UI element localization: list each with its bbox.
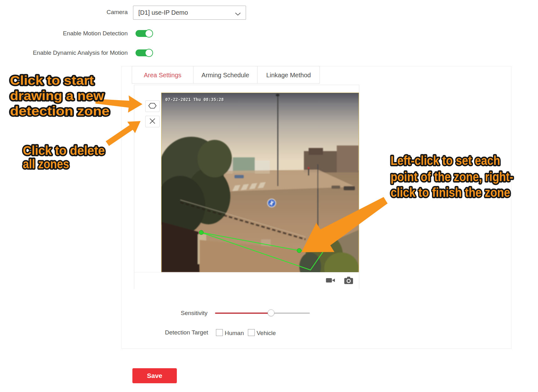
toggle-knob: [145, 49, 153, 57]
enable-dynamic-analysis-toggle[interactable]: [136, 49, 152, 56]
camera-select-value: [D1] use-IP Demo: [138, 6, 188, 19]
zone-vertex: [199, 230, 203, 235]
camera-preview-scene: 07-22-2021 Thu 08:35:28 07-22-2021 Thu 0…: [161, 93, 359, 272]
sensitivity-slider[interactable]: [215, 313, 310, 314]
toggle-knob: [145, 29, 153, 38]
draw-zone-button[interactable]: [145, 100, 160, 112]
start-live-view-button[interactable]: [325, 277, 336, 285]
camera-select[interactable]: [D1] use-IP Demo: [133, 6, 246, 20]
sensitivity-slider-fill: [215, 313, 271, 314]
area-drawing-panel: 07-22-2021 Thu 08:35:28 07-22-2021 Thu 0…: [134, 85, 359, 289]
sensitivity-label: Sensitivity: [145, 310, 208, 317]
hexagon-draw-icon: [148, 103, 156, 110]
checkbox-vehicle[interactable]: [248, 329, 255, 336]
settings-panel: Area Settings Arming Schedule Linkage Me…: [121, 66, 511, 349]
camera-label: Camera: [56, 9, 128, 16]
tab-arming-schedule[interactable]: Arming Schedule: [193, 66, 258, 84]
annotation-draw-line2: drawing a new: [10, 89, 104, 103]
annotation-draw-line1: Click to start: [10, 73, 94, 88]
delete-all-zones-button[interactable]: [145, 116, 160, 127]
annotation-delete-line1: Click to delete: [23, 143, 105, 158]
detection-target-label: Detection Target: [137, 329, 208, 336]
preview-toolbar: [134, 272, 359, 289]
snapshot-button[interactable]: [343, 277, 354, 285]
checkbox-human[interactable]: [216, 329, 223, 336]
checkbox-vehicle-label: Vehicle: [257, 330, 276, 337]
camera-preview-canvas[interactable]: 07-22-2021 Thu 08:35:28 07-22-2021 Thu 0…: [161, 93, 359, 272]
checkbox-human-label: Human: [225, 330, 244, 337]
x-delete-icon: [149, 118, 156, 125]
enable-motion-detection-label: Enable Motion Detection: [31, 30, 128, 37]
save-button[interactable]: Save: [132, 368, 177, 383]
enable-dynamic-analysis-label: Enable Dynamic Analysis for Motion: [13, 49, 128, 56]
sensitivity-slider-thumb[interactable]: [268, 309, 274, 316]
motion-detection-settings-page: Camera [D1] use-IP Demo Enable Motion De…: [0, 0, 538, 392]
video-camera-icon: [326, 277, 335, 285]
annotation-draw-line3: detection zone: [10, 104, 110, 118]
tab-bar: Area Settings Arming Schedule Linkage Me…: [132, 66, 320, 84]
zone-vertex: [297, 248, 301, 253]
osd-timestamp: 07-22-2021 Thu 08:35:28: [165, 97, 224, 102]
annotation-delete-line2: all zones: [23, 157, 69, 171]
enable-motion-detection-toggle[interactable]: [136, 30, 152, 37]
photo-camera-icon: [344, 277, 353, 286]
tab-linkage-method[interactable]: Linkage Method: [258, 66, 320, 84]
chevron-down-icon: [235, 11, 241, 17]
tab-area-settings[interactable]: Area Settings: [132, 66, 193, 84]
